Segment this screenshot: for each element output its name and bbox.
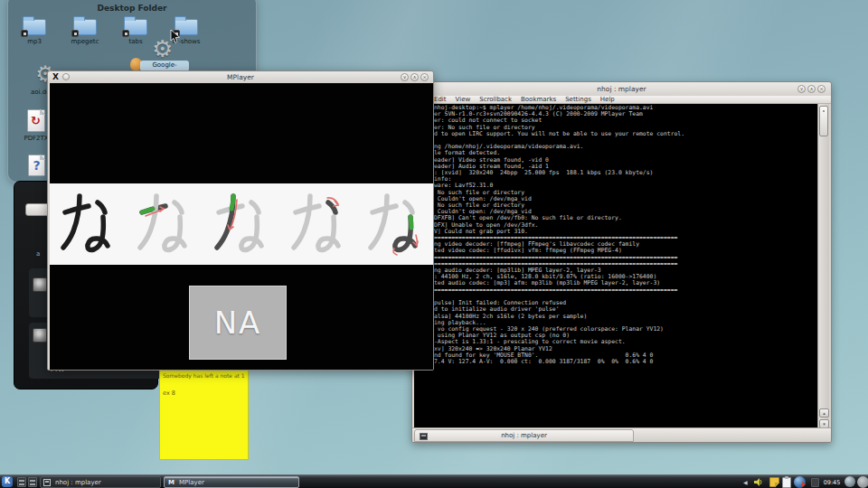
panel-cashew-icon[interactable] [857,476,868,488]
menu-scrollback[interactable]: Scrollback [479,96,512,103]
task-label: nhoj : mplayer [55,479,101,486]
emblem-icon [21,30,28,37]
emblem-icon [122,30,129,37]
network-tray-icon[interactable] [794,476,806,488]
na-label: NA [190,305,286,341]
scroll-up-button[interactable]: ▴ [819,408,829,418]
terminal-tabbar: nhoj : mplayer [412,427,831,442]
notes-tray-icon[interactable] [769,477,779,487]
terminal-tab[interactable]: nhoj : mplayer [414,429,634,442]
note-line2: ex 8 [163,389,175,397]
kana-na-stroke2 [212,192,270,257]
terminal-tab-label: nhoj : mplayer [415,432,633,439]
maximize-button[interactable]: ∧ [410,73,419,81]
emblem-icon [71,30,79,37]
pdf-arrow-icon: ↻ [31,114,41,127]
note-line1: Somebody has left a note at 1 [163,372,245,379]
mplayer-titlebar[interactable]: X MPlayer ∨ ∧ × [48,71,433,83]
terminal-task-icon [43,479,51,486]
menu-bookmarks[interactable]: Bookmarks [521,96,556,103]
terminal-output: nhoj-desktop:~$ mplayer /home/nhoj/.vide… [434,105,684,365]
menu-help[interactable]: Help [600,96,615,103]
volume-icon[interactable] [753,477,763,487]
task-label: MPlayer [179,479,204,486]
kana-na-stroke4 [366,192,424,257]
desktop-icon-mp3[interactable]: mp3 [9,19,60,45]
mplayer-window: X MPlayer ∨ ∧ × [47,70,434,371]
clipboard-tray-icon[interactable] [782,477,791,488]
folder-icon [73,19,97,35]
menu-view[interactable]: View [456,96,471,103]
video-area[interactable]: NA [50,83,433,370]
terminal-scrollbar[interactable]: ▴ ▾ [817,104,829,429]
taskbar: K nhoj : mplayer M MPlayer ◀ 09:45 pm [0,474,868,488]
question-icon: ? [28,155,45,176]
mouse-cursor [170,30,181,44]
terminal-menubar: Edit View Scrollback Bookmarks Settings … [412,96,831,104]
terminal-title: nhoj : mplayer [412,85,831,93]
close-button[interactable]: × [420,73,429,81]
desktop-icon-mpegetc[interactable]: mpegetc [60,19,110,45]
kana-na-stroke1 [136,192,193,257]
terminal-titlebar[interactable]: nhoj : mplayer ∨ ∧ × [412,82,831,96]
pdf-icon: ↻ [27,109,45,132]
task-button-terminal[interactable]: nhoj : mplayer [40,476,161,488]
avatar [33,277,47,292]
desktop: Desktop Folder mp3 mpegetc tabs tv-shows… [0,0,868,488]
menu-edit[interactable]: Edit [434,96,447,103]
avatar [33,328,47,343]
menu-settings[interactable]: Settings [565,96,591,103]
question-glyph: ? [33,158,41,173]
pager-desktop-1[interactable] [17,477,26,487]
kde-menu-button[interactable]: K [2,476,13,487]
widget-title: Desktop Folder [8,4,256,13]
na-overlay-box: NA [189,286,287,360]
kana-strip [50,183,433,265]
icon-label: mp3 [9,38,60,45]
pager-desktop-2[interactable] [28,477,37,487]
clock[interactable]: 09:45 pm [818,479,845,488]
user-switcher-icon[interactable] [844,476,855,487]
minimize-button[interactable]: ∨ [401,73,409,81]
microblog-text-fragment: a [36,250,40,258]
kana-na-stroke3 [289,192,347,257]
mplayer-task-icon: M [167,478,175,487]
scrollbar-handle[interactable] [819,106,828,136]
kana-na-solid [59,192,117,257]
task-button-mplayer[interactable]: M MPlayer [164,476,299,488]
folder-icon [124,19,147,35]
folder-icon [23,19,46,35]
icon-label: mpegetc [60,38,110,45]
mplayer-title: MPlayer [48,73,433,81]
close-button[interactable]: × [817,85,826,93]
terminal-screen[interactable]: nhoj-desktop:~$ mplayer /home/nhoj/.vide… [414,104,819,429]
tray-expander-icon[interactable]: ◀ [743,479,748,485]
maximize-button[interactable]: ∧ [807,85,816,93]
minimize-button[interactable]: ∨ [797,85,806,93]
sticky-note[interactable]: Somebody has left a note at 1 ex 8 [159,367,249,460]
terminal-window: nhoj : mplayer ∨ ∧ × Edit View Scrollbac… [411,81,832,443]
